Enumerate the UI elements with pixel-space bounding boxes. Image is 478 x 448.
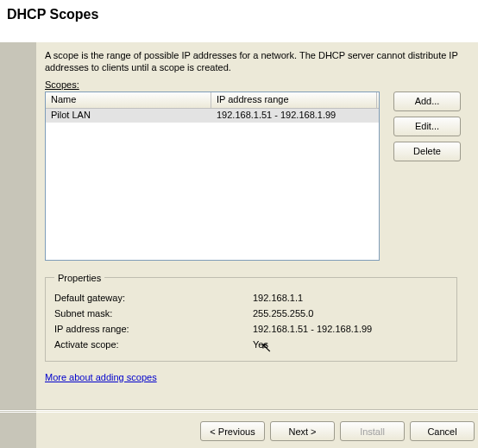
cancel-button[interactable]: Cancel: [410, 421, 475, 441]
edit-button[interactable]: Edit...: [393, 117, 461, 136]
scopes-label: Scopes:: [45, 79, 79, 90]
wizard-body: A scope is the range of possible IP addr…: [0, 41, 478, 448]
prop-value-range: 192.168.1.51 - 192.168.1.99: [253, 321, 372, 337]
install-button: Install: [340, 421, 405, 441]
scopes-area: Name IP address range Pilot LAN 192.168.…: [45, 91, 478, 261]
prop-label-mask: Subnet mask:: [54, 306, 253, 321]
cell-range: 192.168.1.51 - 192.168.1.99: [211, 109, 377, 123]
more-about-link[interactable]: More about adding scopes: [45, 372, 157, 382]
previous-button[interactable]: < Previous: [200, 421, 265, 441]
listview-header: Name IP address range: [46, 92, 379, 109]
properties-group: Properties Default gateway: 192.168.1.1 …: [45, 273, 457, 362]
next-button[interactable]: Next >: [270, 421, 335, 441]
wizard-divider: [0, 409, 478, 410]
left-strip: [0, 42, 36, 448]
page-title: DHCP Scopes: [0, 0, 478, 22]
prop-value-gateway: 192.168.1.1: [253, 290, 303, 306]
delete-button[interactable]: Delete: [393, 142, 461, 161]
wizard-buttons: < Previous Next > Install Cancel: [0, 412, 478, 441]
prop-value-mask: 255.255.255.0: [253, 306, 313, 321]
prop-label-range: IP address range:: [54, 321, 253, 337]
add-button[interactable]: Add...: [393, 91, 461, 111]
prop-label-activate: Activate scope:: [54, 337, 253, 352]
intro-text: A scope is the range of possible IP addr…: [45, 49, 478, 74]
cell-name: Pilot LAN: [46, 109, 211, 123]
prop-row-gateway: Default gateway: 192.168.1.1: [54, 290, 448, 306]
prop-row-range: IP address range: 192.168.1.51 - 192.168…: [54, 321, 448, 337]
side-buttons: Add... Edit... Delete: [393, 91, 461, 161]
column-header-range[interactable]: IP address range: [211, 92, 377, 108]
column-header-name[interactable]: Name: [46, 92, 211, 108]
prop-label-gateway: Default gateway:: [54, 290, 253, 306]
prop-row-mask: Subnet mask: 255.255.255.0: [54, 306, 448, 321]
scopes-listview[interactable]: Name IP address range Pilot LAN 192.168.…: [45, 91, 380, 261]
properties-legend: Properties: [54, 273, 104, 283]
table-row[interactable]: Pilot LAN 192.168.1.51 - 192.168.1.99: [46, 109, 379, 123]
prop-value-activate: Yes: [253, 337, 268, 352]
prop-row-activate: Activate scope: Yes: [54, 337, 448, 352]
content-area: A scope is the range of possible IP addr…: [45, 49, 478, 448]
